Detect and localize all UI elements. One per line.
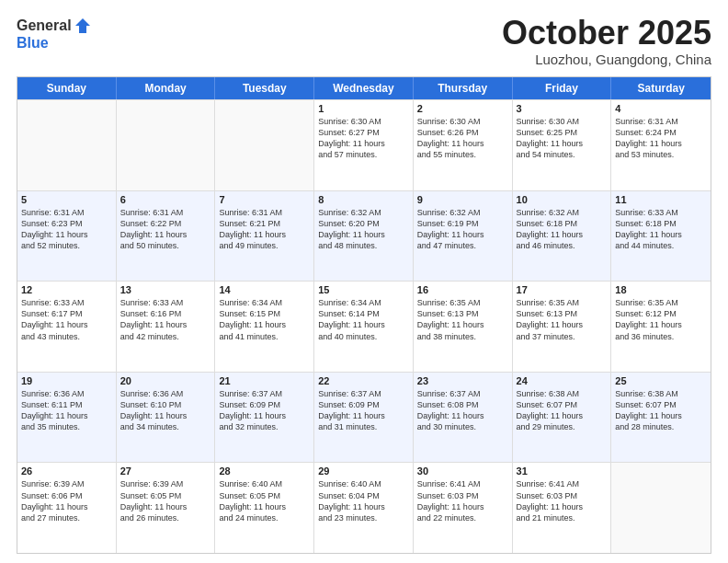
weekday-header: Monday [117, 77, 216, 99]
cell-line: and 35 minutes. [21, 421, 112, 432]
cell-line: Sunset: 6:07 PM [615, 399, 707, 410]
calendar-cell: 10Sunrise: 6:32 AMSunset: 6:18 PMDayligh… [513, 191, 612, 282]
logo: General Blue [17, 17, 92, 52]
day-number: 30 [417, 465, 508, 477]
cell-line: Sunrise: 6:33 AM [21, 297, 112, 308]
calendar-cell: 11Sunrise: 6:33 AMSunset: 6:18 PMDayligh… [611, 191, 711, 282]
cell-line: Sunrise: 6:33 AM [120, 297, 211, 308]
cell-line: Sunrise: 6:39 AM [120, 478, 211, 489]
calendar-cell: 16Sunrise: 6:35 AMSunset: 6:13 PMDayligh… [414, 282, 513, 372]
cell-line: and 49 minutes. [219, 240, 310, 251]
cell-line: and 40 minutes. [318, 331, 409, 342]
day-number: 3 [517, 103, 608, 114]
cell-line: Sunrise: 6:32 AM [417, 207, 508, 218]
day-number: 4 [615, 103, 707, 114]
cell-line: Sunrise: 6:38 AM [517, 388, 608, 399]
cell-line: Sunrise: 6:32 AM [517, 207, 608, 218]
calendar-cell: 28Sunrise: 6:40 AMSunset: 6:05 PMDayligh… [215, 463, 314, 553]
day-number: 2 [417, 103, 508, 114]
cell-line: Sunset: 6:23 PM [21, 218, 112, 229]
logo-blue: Blue [17, 35, 49, 52]
cell-line: Sunrise: 6:34 AM [219, 297, 310, 308]
cell-line: and 28 minutes. [615, 421, 707, 432]
calendar: SundayMondayTuesdayWednesdayThursdayFrid… [17, 76, 711, 554]
cell-line: Daylight: 11 hours [517, 229, 608, 240]
cell-line: Daylight: 11 hours [517, 138, 608, 149]
day-number: 26 [21, 465, 112, 477]
cell-line: Sunset: 6:09 PM [219, 399, 310, 410]
cell-line: Daylight: 11 hours [417, 138, 508, 149]
title-area: October 2025 Luozhou, Guangdong, China [502, 17, 711, 67]
day-number: 14 [219, 284, 310, 295]
cell-line: Sunset: 6:18 PM [615, 218, 707, 229]
calendar-row: 12Sunrise: 6:33 AMSunset: 6:17 PMDayligh… [17, 281, 711, 372]
day-number: 10 [517, 194, 608, 205]
cell-line: and 55 minutes. [417, 149, 508, 160]
cell-line: Daylight: 11 hours [318, 501, 409, 512]
calendar-cell [611, 463, 711, 553]
calendar-row: 5Sunrise: 6:31 AMSunset: 6:23 PMDaylight… [17, 190, 711, 282]
cell-line: Sunset: 6:11 PM [21, 399, 112, 410]
cell-line: Sunrise: 6:30 AM [318, 116, 409, 127]
day-number: 6 [120, 194, 211, 205]
cell-line: Sunrise: 6:40 AM [318, 478, 409, 489]
cell-line: Daylight: 11 hours [318, 410, 409, 421]
day-number: 27 [120, 465, 211, 477]
day-number: 12 [21, 284, 112, 295]
cell-line: Sunrise: 6:41 AM [517, 478, 608, 489]
cell-line: Sunrise: 6:31 AM [120, 207, 211, 218]
cell-line: and 31 minutes. [318, 421, 409, 432]
cell-line: Daylight: 11 hours [615, 319, 707, 330]
calendar-row: 19Sunrise: 6:36 AMSunset: 6:11 PMDayligh… [17, 372, 711, 463]
weekday-header: Friday [513, 77, 612, 99]
weekday-header: Sunday [17, 77, 117, 99]
day-number: 28 [219, 465, 310, 477]
cell-line: Daylight: 11 hours [21, 229, 112, 240]
logo-icon [74, 17, 92, 35]
cell-line: and 42 minutes. [120, 331, 211, 342]
cell-line: Daylight: 11 hours [120, 410, 211, 421]
calendar-cell: 20Sunrise: 6:36 AMSunset: 6:10 PMDayligh… [117, 373, 216, 463]
cell-line: Sunrise: 6:35 AM [615, 297, 707, 308]
day-number: 23 [417, 375, 508, 386]
cell-line: Sunrise: 6:30 AM [417, 116, 508, 127]
calendar-cell: 25Sunrise: 6:38 AMSunset: 6:07 PMDayligh… [611, 373, 711, 463]
page: General Blue October 2025 Luozhou, Guang… [0, 0, 728, 563]
cell-line: and 29 minutes. [517, 421, 608, 432]
calendar-cell: 29Sunrise: 6:40 AMSunset: 6:04 PMDayligh… [314, 463, 414, 553]
day-number: 16 [417, 284, 508, 295]
calendar-row: 1Sunrise: 6:30 AMSunset: 6:27 PMDaylight… [17, 99, 711, 190]
cell-line: Sunset: 6:22 PM [120, 218, 211, 229]
cell-line: Sunset: 6:14 PM [318, 308, 409, 319]
header: General Blue October 2025 Luozhou, Guang… [17, 17, 711, 67]
cell-line: Sunrise: 6:35 AM [417, 297, 508, 308]
cell-line: and 52 minutes. [21, 240, 112, 251]
cell-line: Sunset: 6:09 PM [318, 399, 409, 410]
cell-line: Sunset: 6:19 PM [417, 218, 508, 229]
cell-line: Sunrise: 6:35 AM [517, 297, 608, 308]
cell-line: Sunset: 6:12 PM [615, 308, 707, 319]
calendar-cell [17, 100, 117, 190]
cell-line: and 38 minutes. [417, 331, 508, 342]
calendar-cell: 7Sunrise: 6:31 AMSunset: 6:21 PMDaylight… [215, 191, 314, 282]
day-number: 19 [21, 375, 112, 386]
cell-line: and 32 minutes. [219, 421, 310, 432]
cell-line: and 53 minutes. [615, 149, 707, 160]
day-number: 21 [219, 375, 310, 386]
cell-line: and 24 minutes. [219, 512, 310, 523]
cell-line: Daylight: 11 hours [517, 410, 608, 421]
calendar-body: 1Sunrise: 6:30 AMSunset: 6:27 PMDaylight… [17, 99, 711, 553]
cell-line: Sunset: 6:05 PM [219, 490, 310, 501]
calendar-cell: 30Sunrise: 6:41 AMSunset: 6:03 PMDayligh… [414, 463, 513, 553]
cell-line: Daylight: 11 hours [615, 229, 707, 240]
cell-line: and 34 minutes. [120, 421, 211, 432]
calendar-cell: 31Sunrise: 6:41 AMSunset: 6:03 PMDayligh… [513, 463, 612, 553]
cell-line: and 22 minutes. [417, 512, 508, 523]
cell-line: Daylight: 11 hours [120, 229, 211, 240]
calendar-cell: 18Sunrise: 6:35 AMSunset: 6:12 PMDayligh… [611, 282, 711, 372]
day-number: 13 [120, 284, 211, 295]
cell-line: and 46 minutes. [517, 240, 608, 251]
calendar-cell [117, 100, 216, 190]
calendar-cell: 24Sunrise: 6:38 AMSunset: 6:07 PMDayligh… [513, 373, 612, 463]
location: Luozhou, Guangdong, China [502, 52, 711, 67]
